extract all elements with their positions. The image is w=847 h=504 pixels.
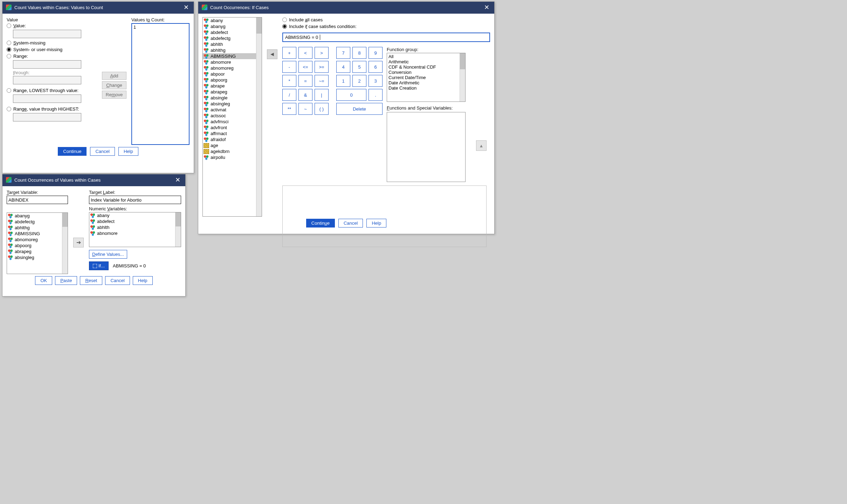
keypad-button[interactable]: = — [298, 75, 312, 87]
paste-button[interactable]: Paste — [55, 276, 77, 285]
variable-item[interactable]: abany — [203, 18, 256, 23]
sysmiss-radio[interactable] — [7, 41, 11, 45]
keypad-button[interactable]: 9 — [369, 47, 383, 59]
variable-item[interactable]: agekdbrn — [203, 148, 256, 154]
help-button[interactable]: Help — [118, 147, 138, 156]
keypad-button[interactable]: - — [282, 61, 296, 73]
titlebar[interactable]: Count Occurrences of Values within Cases… — [2, 174, 185, 186]
variable-item[interactable]: absingleg — [7, 254, 62, 260]
variable-item[interactable]: abdefectg — [203, 35, 256, 41]
keypad-button[interactable]: 0 — [336, 89, 366, 101]
reset-button[interactable]: Reset — [80, 276, 102, 285]
keypad-button[interactable]: * — [282, 75, 296, 87]
variable-list[interactable]: abanyabanygabdefectabdefectgabhlthabhlth… — [202, 17, 262, 217]
variable-item[interactable]: abpoorg — [203, 77, 256, 83]
define-values-button[interactable]: Define Values... — [89, 250, 127, 259]
values-to-count-list[interactable]: 1 — [131, 23, 190, 145]
variable-item[interactable]: abhlth — [89, 224, 175, 230]
function-group-item[interactable]: Date Arithmetic — [388, 80, 458, 85]
help-button[interactable]: Help — [133, 276, 153, 285]
function-group-item[interactable]: Current Date/Time — [388, 75, 458, 80]
variable-item[interactable]: age — [203, 142, 256, 148]
variable-item[interactable]: abrape — [203, 83, 256, 89]
highest-input[interactable] — [13, 113, 81, 121]
variable-item[interactable]: abnomore — [89, 230, 175, 236]
insert-function-button[interactable]: ▲ — [476, 140, 487, 151]
keypad-button[interactable]: 5 — [352, 61, 366, 73]
include-if-radio[interactable] — [282, 24, 287, 29]
variable-item[interactable]: abnomoreg — [7, 237, 62, 243]
functions-special-list[interactable] — [387, 112, 466, 182]
keypad-button[interactable]: 1 — [336, 75, 350, 87]
keypad-button[interactable]: / — [282, 89, 296, 101]
variable-item[interactable]: advfmsci — [203, 119, 256, 125]
cancel-button[interactable]: Cancel — [338, 219, 363, 227]
variable-item[interactable]: abpoor — [203, 71, 256, 77]
delete-button[interactable]: Delete — [336, 103, 383, 115]
keypad-button[interactable]: . — [369, 89, 383, 101]
function-group-item[interactable]: All — [388, 54, 458, 59]
source-var-list[interactable]: abanygabdefectgabhlthgABMISSINGabnomoreg… — [7, 212, 68, 274]
keypad-button[interactable]: > — [315, 47, 329, 59]
variable-item[interactable]: abanyg — [203, 23, 256, 29]
keypad-button[interactable]: 2 — [352, 75, 366, 87]
variable-item[interactable]: abhlthg — [7, 225, 62, 231]
variable-item[interactable]: abrapeg — [203, 89, 256, 95]
close-icon[interactable]: ✕ — [182, 4, 190, 11]
variable-item[interactable]: abany — [89, 212, 175, 218]
range-radio[interactable] — [7, 54, 11, 58]
variable-item[interactable]: absingle — [203, 95, 256, 101]
range-from-input[interactable] — [13, 60, 81, 69]
variable-item[interactable]: ABMISSING — [7, 231, 62, 237]
titlebar[interactable]: Count Occurrences: If Cases ✕ — [198, 2, 494, 14]
variable-item[interactable]: airpollu — [203, 154, 256, 160]
numeric-var-list[interactable]: abanyabdefectabhlthabnomore — [89, 212, 181, 247]
variable-item[interactable]: activnat — [203, 107, 256, 113]
insert-var-button[interactable]: ◄ — [267, 49, 277, 59]
variable-item[interactable]: abhlth — [203, 41, 256, 47]
scrollbar[interactable] — [256, 18, 262, 216]
target-label-input[interactable] — [89, 196, 181, 204]
lowest-input[interactable] — [13, 94, 81, 103]
keypad-button[interactable]: >= — [315, 61, 329, 73]
keypad-button[interactable]: ( ) — [315, 103, 329, 115]
keypad-button[interactable]: 6 — [369, 61, 383, 73]
range-to-input[interactable] — [13, 76, 81, 84]
sysuser-radio[interactable] — [7, 47, 11, 52]
help-button[interactable]: Help — [366, 219, 386, 227]
cancel-button[interactable]: Cancel — [90, 147, 115, 156]
remove-button[interactable]: Remove — [102, 91, 126, 99]
continue-button[interactable]: Continue — [58, 147, 87, 156]
variable-item[interactable]: abpoorg — [7, 243, 62, 248]
cancel-button[interactable]: Cancel — [105, 276, 130, 285]
keypad-button[interactable]: & — [298, 89, 312, 101]
variable-item[interactable]: abrapeg — [7, 248, 62, 254]
variable-item[interactable]: abdefectg — [7, 219, 62, 225]
if-button[interactable]: If... — [89, 261, 109, 270]
keypad-button[interactable]: ~ — [298, 103, 312, 115]
variable-item[interactable]: abdefect — [203, 29, 256, 35]
titlebar[interactable]: Count Values within Cases: Values to Cou… — [2, 2, 194, 14]
change-button[interactable]: Change — [102, 81, 126, 89]
variable-item[interactable]: affrmact — [203, 131, 256, 136]
variable-item[interactable]: ABMISSING — [203, 53, 256, 59]
function-group-item[interactable]: CDF & Noncentral CDF — [388, 64, 458, 70]
ok-button[interactable]: OK — [35, 276, 52, 285]
list-item[interactable]: 1 — [133, 24, 187, 30]
lowest-radio[interactable] — [7, 88, 11, 93]
value-radio[interactable] — [7, 23, 11, 28]
function-group-list[interactable]: AllArithmeticCDF & Noncentral CDFConvers… — [387, 53, 466, 102]
keypad-button[interactable]: 4 — [336, 61, 350, 73]
continue-button[interactable]: Continue — [306, 219, 335, 227]
keypad-button[interactable]: 7 — [336, 47, 350, 59]
variable-item[interactable]: abnomore — [203, 59, 256, 65]
function-group-item[interactable]: Date Creation — [388, 85, 458, 91]
move-right-button[interactable]: ➔ — [73, 238, 84, 247]
scrollbar[interactable] — [62, 213, 68, 274]
keypad-button[interactable]: ~= — [315, 75, 329, 87]
variable-item[interactable]: advfront — [203, 125, 256, 131]
variable-item[interactable]: abhlthg — [203, 47, 256, 53]
target-var-input[interactable] — [7, 196, 68, 204]
close-icon[interactable]: ✕ — [174, 176, 182, 184]
scrollbar[interactable] — [460, 53, 465, 102]
